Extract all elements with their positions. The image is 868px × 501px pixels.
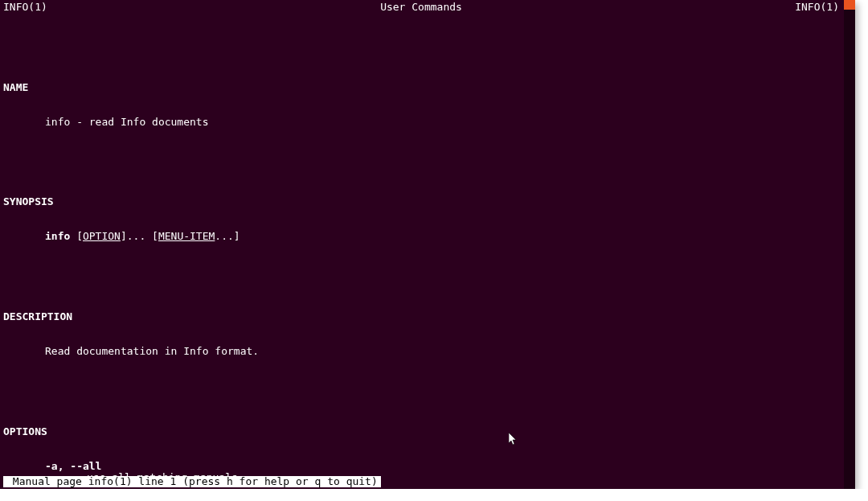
option-flag-line: -a, --all <box>3 461 852 472</box>
synopsis-cmd: info <box>45 230 70 242</box>
scrollbar-thumb[interactable] <box>844 0 855 10</box>
synopsis-option: OPTION <box>83 230 121 242</box>
name-text: info - read Info documents <box>3 117 852 128</box>
man-page-header: INFO(1) User Commands INFO(1) <box>0 0 855 13</box>
section-options-heading: OPTIONS <box>3 426 852 437</box>
section-description-heading: DESCRIPTION <box>3 311 852 322</box>
scrollbar[interactable] <box>844 0 855 489</box>
status-bar: Manual page info(1) line 1 (press h for … <box>3 476 381 487</box>
section-synopsis-heading: SYNOPSIS <box>3 196 852 207</box>
terminal-window: INFO(1) User Commands INFO(1) NAME info … <box>0 0 855 489</box>
header-left: INFO(1) <box>3 2 47 13</box>
header-center: User Commands <box>380 2 462 13</box>
synopsis-menuitem: MENU-ITEM <box>158 230 215 242</box>
synopsis-line: info [OPTION]... [MENU-ITEM...] <box>3 231 852 242</box>
section-name-heading: NAME <box>3 82 852 93</box>
man-page-content[interactable]: NAME info - read Info documents SYNOPSIS… <box>0 13 855 489</box>
header-right: INFO(1) <box>795 2 839 13</box>
description-text: Read documentation in Info format. <box>3 346 852 357</box>
option-flag: -a, --all <box>45 460 101 472</box>
